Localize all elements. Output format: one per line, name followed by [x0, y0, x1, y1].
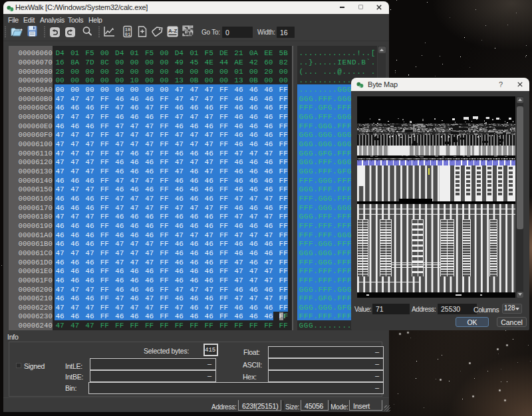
svg-text:01: 01	[125, 32, 130, 37]
svg-text:A-Z: A-Z	[168, 28, 177, 34]
